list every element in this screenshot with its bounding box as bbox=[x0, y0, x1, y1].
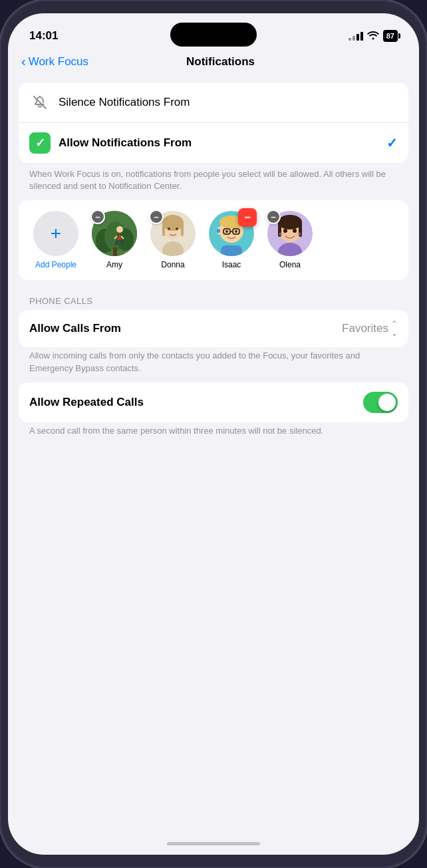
calls-card: Allow Calls From Favorites ⌃⌄ bbox=[19, 310, 408, 347]
svg-rect-4 bbox=[113, 247, 117, 256]
isaac-remove-badge[interactable]: − bbox=[238, 208, 257, 227]
favorites-selector[interactable]: Favorites ⌃⌄ bbox=[342, 319, 398, 338]
people-row: + Add People bbox=[29, 211, 398, 269]
volume-up-button[interactable] bbox=[0, 106, 1, 140]
chevron-updown-icon: ⌃⌄ bbox=[391, 319, 398, 338]
phone-frame: 14:01 87 bbox=[0, 0, 427, 868]
svg-rect-24 bbox=[221, 245, 242, 256]
amy-avatar-container: − bbox=[92, 211, 137, 256]
svg-point-20 bbox=[225, 230, 228, 233]
svg-point-8 bbox=[162, 215, 184, 231]
svg-point-12 bbox=[176, 227, 178, 230]
signal-bar-2 bbox=[353, 36, 355, 41]
svg-point-27 bbox=[278, 215, 302, 229]
nav-title: Notifications bbox=[88, 55, 353, 69]
donna-minus-icon: − bbox=[150, 211, 162, 223]
svg-point-30 bbox=[283, 229, 287, 233]
repeated-calls-card: Allow Repeated Calls bbox=[19, 382, 408, 422]
svg-point-33 bbox=[295, 232, 301, 236]
plus-icon: + bbox=[51, 223, 61, 244]
status-time: 14:01 bbox=[29, 29, 58, 43]
signal-icon bbox=[349, 31, 363, 41]
olena-avatar-container: − bbox=[267, 211, 313, 256]
repeated-calls-row: Allow Repeated Calls bbox=[19, 382, 408, 422]
svg-point-5 bbox=[116, 226, 123, 233]
dynamic-island bbox=[170, 23, 257, 47]
add-people-label: Add People bbox=[35, 260, 76, 269]
silence-label: Silence Notifications From bbox=[59, 96, 398, 109]
volume-down-button[interactable] bbox=[0, 150, 1, 183]
calls-description: Allow incoming calls from only the conta… bbox=[19, 350, 408, 382]
home-bar bbox=[167, 842, 260, 845]
person-donna[interactable]: − Donna bbox=[146, 211, 200, 269]
allow-label: Allow Notifications From bbox=[59, 136, 386, 150]
svg-point-31 bbox=[293, 229, 297, 233]
add-people-circle: + bbox=[33, 211, 78, 256]
person-amy[interactable]: − Amy bbox=[88, 211, 141, 269]
amy-minus-icon: − bbox=[92, 211, 104, 223]
wifi-icon bbox=[367, 31, 379, 42]
notification-mode-card: Silence Notifications From Allow Notific… bbox=[19, 82, 408, 163]
allow-description: When Work Focus is on, notifications fro… bbox=[19, 168, 408, 200]
toggle-knob bbox=[378, 394, 396, 411]
status-icons: 87 bbox=[349, 30, 398, 42]
person-isaac[interactable]: − Isaac bbox=[205, 211, 258, 269]
allow-calls-label: Allow Calls From bbox=[29, 322, 342, 335]
people-card: + Add People bbox=[19, 200, 408, 280]
signal-bar-1 bbox=[349, 38, 351, 41]
isaac-name: Isaac bbox=[222, 260, 241, 269]
person-olena[interactable]: − Olena bbox=[263, 211, 317, 269]
donna-name: Donna bbox=[161, 260, 184, 269]
svg-point-21 bbox=[235, 230, 237, 233]
bell-slash-icon bbox=[29, 92, 51, 113]
selected-checkmark-icon: ✓ bbox=[386, 135, 398, 151]
repeated-calls-description: A second call from the same person withi… bbox=[19, 425, 408, 445]
favorites-value: Favorites bbox=[342, 322, 388, 335]
olena-name: Olena bbox=[279, 260, 301, 269]
olena-minus-icon: − bbox=[267, 211, 279, 223]
back-button[interactable]: ‹ Work Focus bbox=[21, 55, 88, 69]
isaac-remove-icon: − bbox=[244, 212, 250, 223]
svg-point-32 bbox=[279, 232, 285, 236]
home-indicator[interactable] bbox=[8, 832, 419, 855]
isaac-avatar-container: − bbox=[209, 211, 254, 256]
repeated-calls-toggle[interactable] bbox=[363, 392, 398, 413]
silent-switch[interactable] bbox=[0, 73, 1, 97]
battery-icon: 87 bbox=[383, 30, 398, 42]
svg-rect-10 bbox=[181, 223, 184, 236]
green-check-icon bbox=[29, 132, 51, 154]
donna-avatar-container: − bbox=[150, 211, 196, 256]
repeated-calls-label: Allow Repeated Calls bbox=[29, 396, 363, 409]
allow-calls-row[interactable]: Allow Calls From Favorites ⌃⌄ bbox=[19, 310, 408, 347]
main-content: Silence Notifications From Allow Notific… bbox=[8, 77, 419, 832]
phone-screen: 14:01 87 bbox=[8, 13, 419, 855]
silence-row[interactable]: Silence Notifications From bbox=[19, 82, 408, 123]
amy-name: Amy bbox=[106, 260, 122, 269]
nav-header: ‹ Work Focus Notifications bbox=[8, 52, 419, 77]
allow-row[interactable]: Allow Notifications From ✓ bbox=[19, 123, 408, 163]
signal-bar-4 bbox=[360, 32, 363, 41]
back-label: Work Focus bbox=[29, 55, 88, 69]
back-chevron-icon: ‹ bbox=[21, 54, 26, 69]
svg-point-11 bbox=[168, 227, 170, 230]
add-people-item[interactable]: + Add People bbox=[29, 211, 82, 269]
phone-calls-section-label: PHONE CALLS bbox=[19, 285, 408, 310]
svg-rect-9 bbox=[162, 223, 165, 236]
svg-rect-23 bbox=[217, 229, 220, 233]
signal-bar-3 bbox=[356, 34, 359, 41]
